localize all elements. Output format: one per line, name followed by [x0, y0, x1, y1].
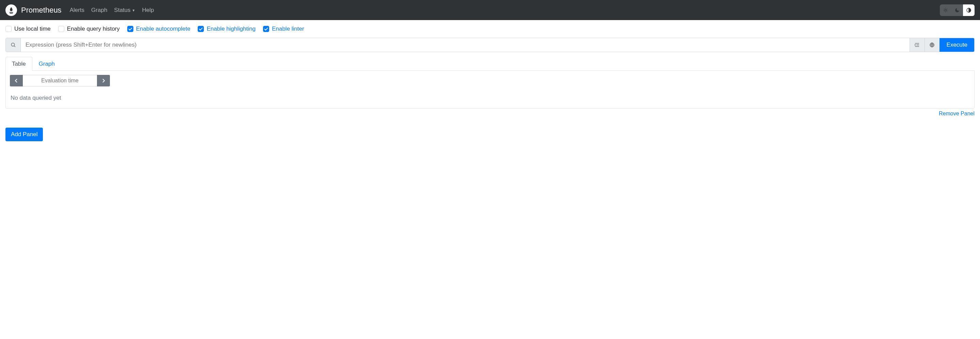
nav-link-graph[interactable]: Graph	[91, 7, 107, 14]
eval-next-button[interactable]	[97, 75, 110, 86]
panel-body: No data queried yet	[5, 71, 975, 108]
nav-links: Alerts Graph Status ▼ Help	[70, 7, 154, 14]
nav-link-status-label: Status	[114, 7, 130, 14]
globe-button[interactable]	[924, 38, 940, 52]
search-icon	[6, 38, 21, 52]
brand-text: Prometheus	[21, 6, 62, 14]
tabs: Table Graph	[5, 57, 975, 71]
theme-auto-button[interactable]	[963, 5, 975, 16]
nav-link-help[interactable]: Help	[142, 7, 154, 14]
option-local-time[interactable]: Use local time	[5, 25, 51, 32]
prometheus-logo-icon	[5, 5, 17, 16]
evaluation-time-group	[10, 75, 110, 86]
option-highlighting[interactable]: Enable highlighting	[198, 25, 256, 32]
checkbox-local-time[interactable]	[5, 26, 11, 32]
theme-dark-button[interactable]	[951, 5, 963, 16]
no-data-message: No data queried yet	[10, 93, 970, 104]
expression-input[interactable]	[21, 38, 910, 52]
option-autocomplete-label: Enable autocomplete	[136, 25, 191, 32]
tab-graph[interactable]: Graph	[32, 57, 61, 71]
remove-panel-link[interactable]: Remove Panel	[939, 111, 975, 116]
main-content: Use local time Enable query history Enab…	[0, 20, 980, 147]
checkbox-query-history[interactable]	[58, 26, 64, 32]
checkbox-linter[interactable]	[263, 26, 269, 32]
checkbox-autocomplete[interactable]	[127, 26, 134, 32]
svg-line-3	[14, 46, 15, 47]
theme-light-button[interactable]	[940, 5, 951, 16]
theme-toggle-group	[940, 5, 975, 16]
option-autocomplete[interactable]: Enable autocomplete	[127, 25, 191, 32]
eval-prev-button[interactable]	[10, 75, 23, 86]
navbar-left: Prometheus Alerts Graph Status ▼ Help	[5, 5, 154, 16]
format-button[interactable]	[910, 38, 924, 52]
svg-point-2	[11, 43, 14, 46]
nav-link-status[interactable]: Status ▼	[114, 7, 135, 14]
checkbox-highlighting[interactable]	[198, 26, 204, 32]
tab-table[interactable]: Table	[5, 57, 32, 71]
chevron-down-icon: ▼	[132, 8, 135, 12]
option-linter-label: Enable linter	[272, 25, 304, 32]
expression-row: Execute	[5, 38, 975, 52]
execute-button[interactable]: Execute	[940, 38, 974, 52]
navbar: Prometheus Alerts Graph Status ▼ Help	[0, 0, 980, 20]
option-local-time-label: Use local time	[14, 25, 51, 32]
svg-point-0	[945, 9, 946, 11]
remove-panel-row: Remove Panel	[5, 111, 975, 117]
options-row: Use local time Enable query history Enab…	[5, 25, 975, 32]
add-panel-button[interactable]: Add Panel	[5, 127, 43, 141]
option-query-history-label: Enable query history	[67, 25, 120, 32]
evaluation-time-input[interactable]	[23, 75, 97, 86]
option-query-history[interactable]: Enable query history	[58, 25, 120, 32]
option-linter[interactable]: Enable linter	[263, 25, 304, 32]
navbar-brand[interactable]: Prometheus	[5, 5, 62, 16]
option-highlighting-label: Enable highlighting	[207, 25, 256, 32]
nav-link-alerts[interactable]: Alerts	[70, 7, 84, 14]
